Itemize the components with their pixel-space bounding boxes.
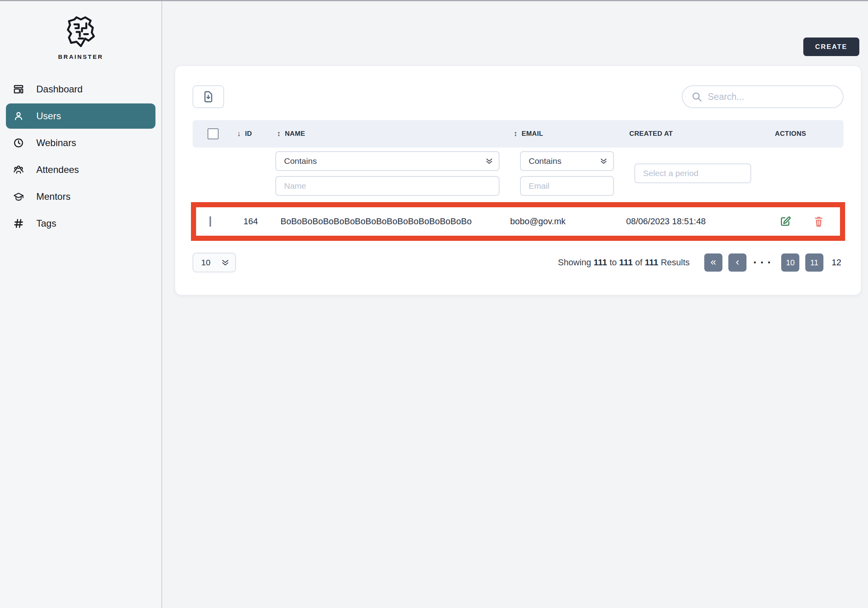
page-size-select[interactable]: 10: [193, 253, 236, 272]
users-icon: [13, 110, 24, 122]
chevron-down-icon: [600, 158, 608, 164]
highlight-outline: 164 BoBoBoBoBoBoBoBoBoBoBoBoBoBoBoBoBoBo…: [191, 202, 845, 241]
sidebar-item-label: Mentors: [36, 191, 71, 202]
sidebar-item-mentors[interactable]: Mentors: [6, 184, 155, 209]
row-id: 164: [224, 216, 269, 227]
name-filter-input[interactable]: [275, 176, 499, 196]
first-page-button[interactable]: «: [704, 253, 722, 272]
select-all-checkbox[interactable]: [208, 128, 219, 139]
sidebar-item-webinars[interactable]: Webinars: [6, 130, 155, 156]
column-header-actions: ACTIONS: [761, 130, 844, 138]
sidebar-item-users[interactable]: Users: [6, 103, 155, 129]
create-button[interactable]: CREATE: [803, 38, 859, 56]
edit-pencil-icon: [779, 216, 791, 227]
row-actions: [758, 216, 840, 227]
period-filter-input[interactable]: [634, 163, 751, 183]
brand-name: BRAINSTER: [0, 53, 161, 60]
row-created-at: 08/06/2023 18:51:48: [621, 216, 758, 227]
sidebar-item-attendees[interactable]: Attendees: [6, 157, 155, 182]
dashboard-icon: [13, 83, 24, 95]
current-page: 12: [829, 257, 844, 268]
results-summary: Showing 111 to 111 of 111 Results: [558, 257, 690, 268]
sidebar: BRAINSTER Dashboard Users: [0, 1, 162, 608]
users-table: ↓ ID ↕ NAME ↕ EMAIL CREATED AT ACTIONS: [193, 120, 844, 241]
column-header-created-at[interactable]: CREATED AT: [624, 130, 761, 138]
email-filter-input[interactable]: [520, 176, 614, 196]
people-group-icon: [13, 164, 24, 176]
table-filter-row: Contains Contains: [193, 148, 844, 196]
name-filter-cell: Contains: [265, 151, 510, 196]
brand-logo: BRAINSTER: [0, 1, 161, 60]
email-filter-cell: Contains: [510, 151, 624, 196]
users-table-card: ↓ ID ↕ NAME ↕ EMAIL CREATED AT ACTIONS: [175, 66, 861, 295]
sidebar-item-label: Attendees: [36, 164, 79, 175]
previous-page-button[interactable]: ‹: [728, 253, 746, 272]
pagination-ellipsis: ···: [752, 256, 775, 269]
search-input[interactable]: [708, 92, 834, 102]
export-button[interactable]: [193, 85, 224, 108]
column-header-email[interactable]: ↕ EMAIL: [510, 129, 624, 138]
sort-both-icon: ↕: [277, 129, 281, 138]
email-operator-select[interactable]: Contains: [520, 151, 614, 171]
table-toolbar: [193, 85, 844, 108]
sidebar-item-label: Users: [36, 111, 61, 122]
clock-icon: [13, 137, 24, 149]
delete-button[interactable]: [813, 216, 824, 227]
table-row[interactable]: 164 BoBoBoBoBoBoBoBoBoBoBoBoBoBoBoBoBoBo…: [196, 207, 840, 236]
row-email: bobo@gov.mk: [506, 216, 621, 227]
pagination: Showing 111 to 111 of 111 Results « ‹ ··…: [558, 253, 844, 272]
row-name: BoBoBoBoBoBoBoBoBoBoBoBoBoBoBoBoBoBo: [269, 216, 506, 227]
hash-icon: [13, 218, 24, 229]
search-box[interactable]: [682, 85, 844, 108]
table-header-row: ↓ ID ↕ NAME ↕ EMAIL CREATED AT ACTIONS: [193, 120, 844, 148]
graduation-cap-icon: [13, 191, 24, 203]
period-filter-cell: [624, 151, 761, 196]
name-operator-select[interactable]: Contains: [275, 151, 499, 171]
brainster-maze-logo-icon: [0, 15, 161, 49]
chevron-down-icon: [485, 158, 493, 164]
sort-desc-icon: ↓: [237, 129, 241, 138]
sidebar-item-label: Tags: [36, 218, 56, 229]
sidebar-item-label: Dashboard: [36, 84, 82, 95]
page-button-11[interactable]: 11: [805, 253, 823, 272]
file-download-icon: [202, 90, 215, 103]
sidebar-item-tags[interactable]: Tags: [6, 211, 155, 236]
column-header-id[interactable]: ↓ ID: [221, 129, 265, 138]
sidebar-item-dashboard[interactable]: Dashboard: [6, 77, 155, 102]
row-checkbox[interactable]: [210, 216, 211, 227]
table-footer: 10 Showing 111 to 111 of 111 Results « ‹…: [193, 252, 844, 273]
chevron-down-icon: [221, 259, 230, 266]
sort-both-icon: ↕: [514, 129, 518, 138]
search-icon: [691, 91, 702, 102]
trash-icon: [813, 216, 824, 227]
edit-button[interactable]: [779, 216, 791, 227]
column-header-name[interactable]: ↕ NAME: [265, 129, 510, 138]
sidebar-menu: Dashboard Users Webinars: [0, 77, 161, 236]
page-button-10[interactable]: 10: [781, 253, 799, 272]
sidebar-item-label: Webinars: [36, 137, 76, 148]
